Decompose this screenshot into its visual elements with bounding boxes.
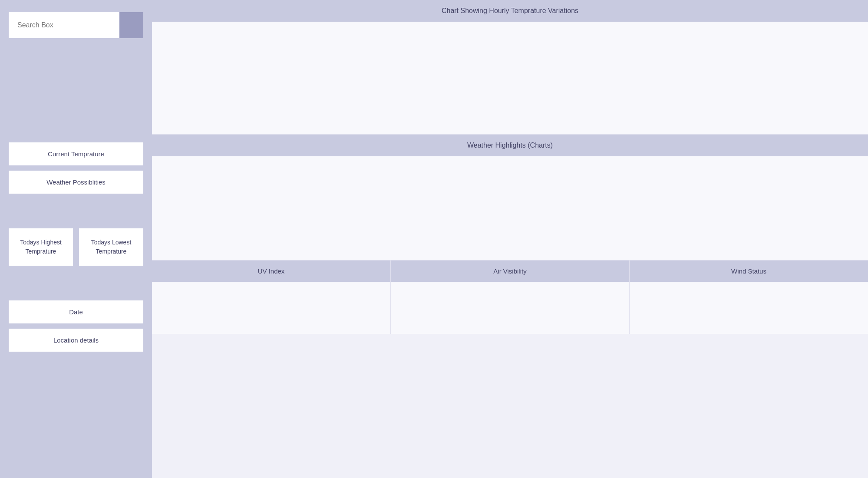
highlights-header: Weather Highlights (Charts) xyxy=(152,135,868,156)
highlights-section: Weather Highlights (Charts) xyxy=(152,135,868,260)
weather-possibilities-button[interactable]: Weather Possiblities xyxy=(9,171,143,194)
hourly-chart-header: Chart Showing Hourly Temprature Variatio… xyxy=(152,0,868,22)
wind-status-header: Wind Status xyxy=(630,260,868,282)
search-container xyxy=(9,12,143,38)
temp-cards: Todays HighestTemprature Todays LowestTe… xyxy=(9,228,143,266)
search-input[interactable] xyxy=(9,12,119,38)
search-button[interactable] xyxy=(119,12,143,38)
air-visibility-card: Air Visibility xyxy=(391,260,630,334)
uv-index-header: UV Index xyxy=(152,260,390,282)
uv-index-card: UV Index xyxy=(152,260,391,334)
highlights-chart-area xyxy=(152,156,868,260)
nav-buttons: Current Temprature Weather Possiblities xyxy=(9,142,143,194)
hourly-chart-area xyxy=(152,22,868,135)
location-button[interactable]: Location details xyxy=(9,329,143,352)
main-content: Chart Showing Hourly Temprature Variatio… xyxy=(152,0,868,478)
air-visibility-header: Air Visibility xyxy=(391,260,629,282)
hourly-chart-section: Chart Showing Hourly Temprature Variatio… xyxy=(152,0,868,135)
wind-status-content xyxy=(630,282,868,334)
current-temperature-button[interactable]: Current Temprature xyxy=(9,142,143,165)
wind-status-card: Wind Status xyxy=(630,260,868,334)
stats-row: UV Index Air Visibility Wind Status xyxy=(152,260,868,334)
sidebar: Current Temprature Weather Possiblities … xyxy=(0,0,152,478)
date-button[interactable]: Date xyxy=(9,300,143,323)
highest-temperature-button[interactable]: Todays HighestTemprature xyxy=(9,228,73,266)
lowest-temperature-button[interactable]: Todays LowestTemprature xyxy=(79,228,143,266)
air-visibility-content xyxy=(391,282,629,334)
info-buttons: Date Location details xyxy=(9,300,143,352)
uv-index-content xyxy=(152,282,390,334)
